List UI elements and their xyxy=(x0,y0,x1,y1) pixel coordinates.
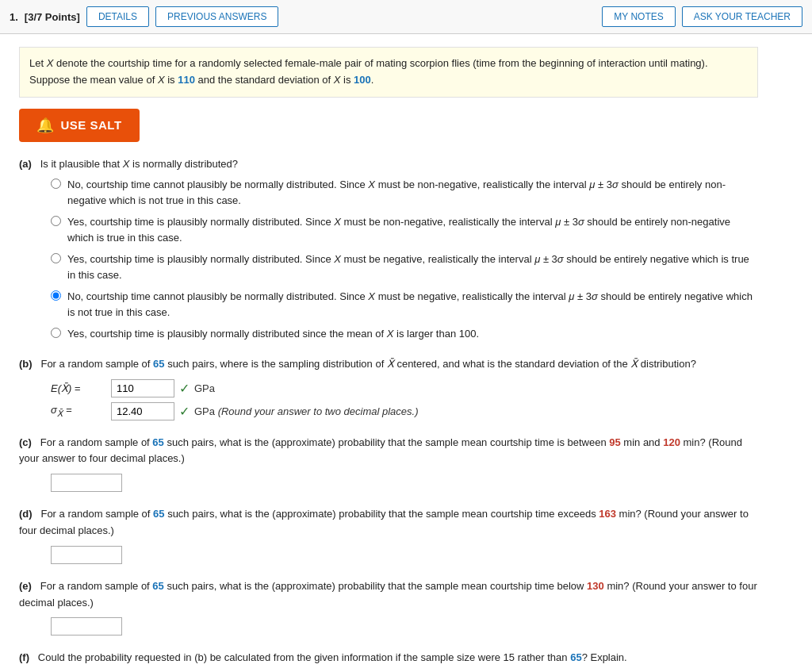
option-a2-text: Yes, courtship time is plausibly normall… xyxy=(67,214,758,245)
ex-bar-label: E(X̄) = xyxy=(51,382,106,394)
ask-teacher-button[interactable]: ASK YOUR TEACHER xyxy=(682,6,802,27)
option-a3[interactable]: Yes, courtship time is plausibly normall… xyxy=(51,252,758,282)
part-b-answers: E(X̄) = ✓ GPa σX̄ = ✓ GPa (Round your an… xyxy=(51,379,758,420)
part-c-letter: (c) xyxy=(19,436,32,448)
radio-a3[interactable] xyxy=(51,253,61,263)
part-e-input[interactable] xyxy=(51,617,122,636)
part-f: (f) Could the probability requested in (… xyxy=(19,650,758,672)
radio-a5[interactable] xyxy=(51,328,61,338)
option-a1-text: No, courtship time cannot plausibly be n… xyxy=(67,177,758,208)
ex-bar-line: E(X̄) = ✓ GPa xyxy=(51,379,758,397)
part-d-input[interactable] xyxy=(51,546,122,564)
part-c-label: (c) For a random sample of 65 such pairs… xyxy=(19,435,758,468)
ex-bar-input[interactable] xyxy=(111,379,174,397)
use-salt-button[interactable]: 🔔 USE SALT xyxy=(19,109,140,142)
option-a5-text: Yes, courtship time is plausibly normall… xyxy=(67,326,479,342)
details-button[interactable]: DETAILS xyxy=(86,6,149,27)
part-c: (c) For a random sample of 65 such pairs… xyxy=(19,435,758,493)
problem-intro: Let X denote the courtship time for a ra… xyxy=(19,47,758,98)
sigma-xbar-label: σX̄ = xyxy=(51,404,106,419)
radio-a2[interactable] xyxy=(51,216,61,226)
previous-answers-button[interactable]: PREVIOUS ANSWERS xyxy=(155,6,278,27)
part-a-label: (a) Is it plausible that X is normally d… xyxy=(19,156,758,173)
part-d-letter: (d) xyxy=(19,508,33,520)
ex-bar-check: ✓ xyxy=(179,381,190,396)
header-left: 1. [3/7 Points] DETAILS PREVIOUS ANSWERS xyxy=(10,6,594,27)
sigma-xbar-input[interactable] xyxy=(111,402,174,420)
part-e-letter: (e) xyxy=(19,580,32,592)
part-b-label: (b) For a random sample of 65 such pairs… xyxy=(19,356,758,373)
points-label: [3/7 Points] xyxy=(25,11,80,23)
part-a-options: No, courtship time cannot plausibly be n… xyxy=(51,177,758,342)
part-f-label: (f) Could the probability requested in (… xyxy=(19,650,758,666)
ex-bar-unit: GPa xyxy=(194,382,215,394)
part-e-label: (e) For a random sample of 65 such pairs… xyxy=(19,578,758,612)
option-a3-text: Yes, courtship time is plausibly normall… xyxy=(67,252,758,282)
option-a5[interactable]: Yes, courtship time is plausibly normall… xyxy=(51,326,758,342)
sigma-xbar-check: ✓ xyxy=(179,404,190,419)
part-a-letter: (a) xyxy=(19,158,32,170)
option-a1[interactable]: No, courtship time cannot plausibly be n… xyxy=(51,177,758,208)
part-d: (d) For a random sample of 65 such pairs… xyxy=(19,506,758,564)
radio-a1[interactable] xyxy=(51,179,61,189)
part-f-letter: (f) xyxy=(19,651,29,663)
use-salt-label: USE SALT xyxy=(61,118,122,132)
option-a2[interactable]: Yes, courtship time is plausibly normall… xyxy=(51,214,758,245)
part-e: (e) For a random sample of 65 such pairs… xyxy=(19,578,758,636)
sigma-xbar-line: σX̄ = ✓ GPa (Round your answer to two de… xyxy=(51,402,758,420)
part-d-label: (d) For a random sample of 65 such pairs… xyxy=(19,506,758,540)
question-number: 1. xyxy=(10,11,18,23)
radio-a4[interactable] xyxy=(51,290,61,301)
main-content: Let X denote the courtship time for a ra… xyxy=(0,34,777,672)
option-a4[interactable]: No, courtship time cannot plausibly be n… xyxy=(51,289,758,320)
part-a: (a) Is it plausible that X is normally d… xyxy=(19,156,758,342)
part-b-letter: (b) xyxy=(19,358,33,370)
my-notes-button[interactable]: MY NOTES xyxy=(602,6,675,27)
part-b: (b) For a random sample of 65 such pairs… xyxy=(19,356,758,420)
intro-text1: Let X denote the courtship time for a ra… xyxy=(29,57,708,86)
page-header: 1. [3/7 Points] DETAILS PREVIOUS ANSWERS… xyxy=(0,0,812,34)
salt-icon: 🔔 xyxy=(36,117,55,134)
sigma-xbar-unit: GPa (Round your answer to two decimal pl… xyxy=(194,405,419,417)
option-a4-text: No, courtship time cannot plausibly be n… xyxy=(67,289,758,320)
part-c-input[interactable] xyxy=(51,474,122,492)
header-right: MY NOTES ASK YOUR TEACHER xyxy=(602,6,802,27)
